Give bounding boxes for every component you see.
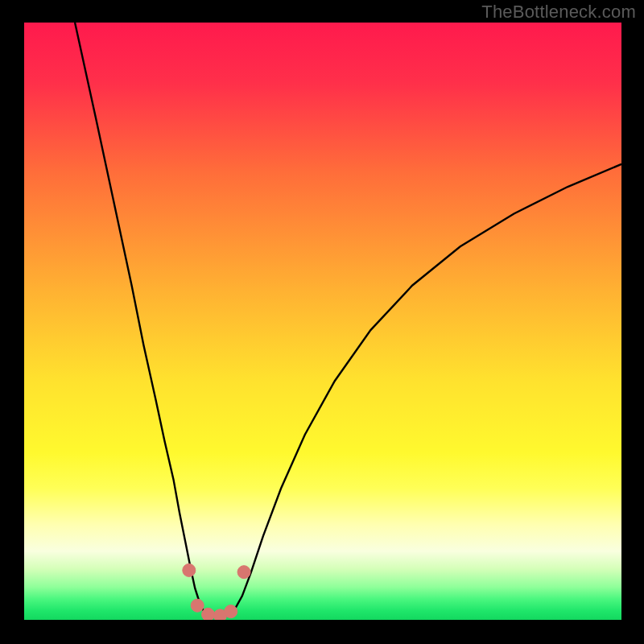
valley-markers [183, 564, 250, 620]
data-marker [202, 608, 215, 620]
data-marker [191, 599, 204, 612]
data-marker [183, 564, 196, 576]
plot-area [24, 23, 621, 620]
watermark-text: TheBottleneck.com [481, 2, 636, 23]
bottleneck-curve [75, 23, 621, 617]
chart-outer: TheBottleneck.com [0, 0, 644, 644]
data-marker [225, 605, 237, 618]
curves-layer [24, 23, 621, 620]
data-marker [237, 566, 250, 579]
